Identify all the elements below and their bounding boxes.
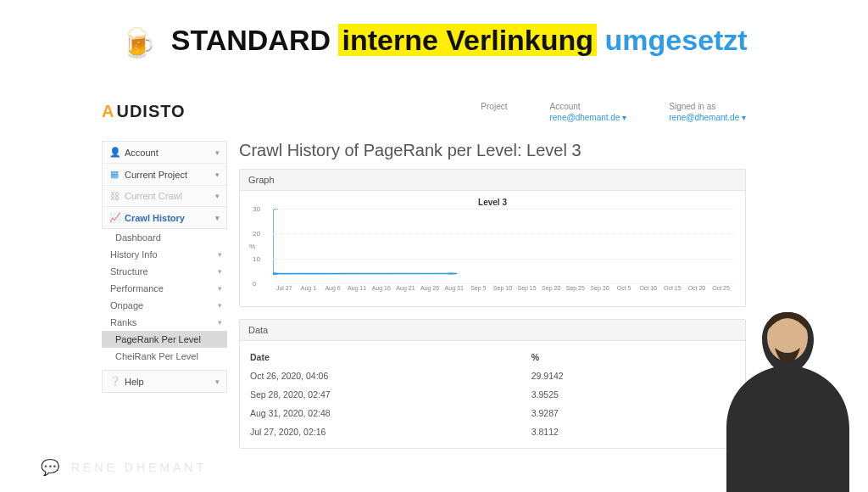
cell-date: Jul 27, 2020, 02:16 — [250, 427, 531, 437]
logo-text: UDISTO — [116, 102, 185, 121]
headline-part1: STANDARD — [171, 24, 331, 56]
help-icon: ❔ — [109, 376, 120, 387]
app-window: AUDISTO Project Account rene@dhemant.de … — [102, 102, 746, 461]
sidebar-item-structure[interactable]: Structure▾ — [102, 263, 227, 280]
table-header-row: Date % — [248, 348, 737, 366]
sidebar-label: Account — [125, 148, 159, 158]
chart-xtick: Aug 26 — [418, 285, 442, 291]
topnav-project-label: Project — [481, 102, 507, 111]
chevron-down-icon: ▾ — [218, 284, 222, 293]
chart-xtick: Oct 10 — [636, 285, 660, 291]
caret-down-icon: ▾ — [622, 113, 626, 122]
cell-date: Sep 28, 2020, 02:47 — [250, 389, 531, 400]
sidebar-item-pagerank-per-level[interactable]: PageRank Per Level — [102, 331, 227, 348]
user-icon: 👤 — [109, 147, 120, 158]
graph-panel-header: Graph — [240, 170, 745, 191]
chart-xtick: Sep 15 — [515, 285, 539, 291]
chart-xtick: Oct 20 — [685, 285, 709, 291]
caret-down-icon: ▾ — [742, 113, 746, 122]
sidebar-label: Crawl History — [125, 213, 185, 223]
chart-xtick: Sep 10 — [491, 285, 515, 291]
chart-icon: 📈 — [109, 212, 120, 223]
data-panel: Data Date % Oct 26, 2020, 04:0629.9142Se… — [239, 319, 746, 449]
chart-ytick: 20 — [253, 230, 260, 238]
app-logo: AUDISTO — [102, 102, 186, 121]
chevron-down-icon: ▾ — [215, 377, 220, 386]
chart-xtick: Oct 5 — [612, 285, 637, 291]
chevron-down-icon: ▾ — [218, 301, 222, 310]
chart-ytick: 10 — [253, 254, 260, 262]
chevron-down-icon: ▾ — [218, 250, 222, 259]
page-title: Crawl History of PageRank per Level: Lev… — [239, 141, 746, 160]
chevron-down-icon: ▾ — [215, 192, 220, 200]
sidebar-item-crawl-history[interactable]: 📈 Crawl History ▾ — [103, 207, 226, 228]
sidebar: 👤 Account ▾ ▦ Current Project ▾ ⛓ Curren… — [102, 141, 227, 461]
chart-ytick: 0 — [253, 280, 256, 288]
cell-pct: 3.8112 — [531, 427, 735, 437]
topnav-signed-label: Signed in as — [669, 102, 746, 111]
chart: Level 3 % 0102030 Jul 27Aug 1Aug 6Aug 11… — [248, 198, 737, 299]
chart-xtick: Jul 27 — [272, 285, 297, 291]
chart-title: Level 3 — [248, 198, 737, 207]
chevron-down-icon: ▾ — [218, 318, 222, 327]
topnav-signed-link[interactable]: rene@dhemant.de ▾ — [669, 113, 746, 122]
spider-icon: ⛓ — [109, 191, 120, 201]
logo-mark-icon: A — [102, 102, 114, 121]
col-header-date: Date — [250, 352, 531, 362]
presenter-person — [707, 297, 868, 492]
graph-panel: Graph Level 3 % 0102030 Jul 27Aug 1Aug 6… — [239, 169, 746, 307]
topnav-account-link[interactable]: rene@dhemant.de ▾ — [549, 113, 626, 122]
grid-icon: ▦ — [109, 169, 120, 180]
col-header-pct: % — [531, 352, 735, 362]
sidebar-item-cheirank-per-level[interactable]: CheiRank Per Level — [102, 348, 227, 365]
chart-xtick: Aug 31 — [442, 285, 466, 291]
sidebar-item-account[interactable]: 👤 Account ▾ — [103, 142, 226, 164]
chart-xtick: Aug 6 — [320, 285, 345, 291]
topnav-project[interactable]: Project — [481, 102, 507, 122]
chevron-down-icon: ▾ — [218, 267, 222, 276]
chart-xtick: Oct 25 — [709, 285, 733, 291]
cell-pct: 29.9142 — [531, 371, 735, 381]
chart-ytick: 30 — [253, 205, 260, 213]
data-panel-header: Data — [240, 320, 745, 341]
sidebar-item-history-info[interactable]: History Info▾ — [102, 246, 227, 263]
sidebar-item-current-project[interactable]: ▦ Current Project ▾ — [103, 164, 226, 186]
topnav-signed-in[interactable]: Signed in as rene@dhemant.de ▾ — [669, 102, 746, 122]
chart-xtick: Aug 1 — [297, 285, 321, 291]
chart-xtick: Sep 30 — [587, 285, 612, 291]
sidebar-item-help[interactable]: ❔ Help ▾ — [103, 371, 226, 392]
topnav-account[interactable]: Account rene@dhemant.de ▾ — [549, 102, 626, 122]
top-nav: Project Account rene@dhemant.de ▾ Signed… — [481, 102, 746, 122]
chart-ylabel: % — [249, 243, 255, 250]
main-content: Crawl History of PageRank per Level: Lev… — [239, 141, 746, 461]
cell-date: Aug 31, 2020, 02:48 — [250, 408, 531, 418]
headline-part3: umgesetzt — [605, 24, 748, 56]
chart-xtick: Aug 21 — [393, 285, 418, 291]
headline-part2: interne Verlinkung — [338, 24, 597, 56]
sidebar-item-current-crawl: ⛓ Current Crawl ▾ — [103, 186, 226, 207]
topnav-account-label: Account — [549, 102, 626, 111]
data-table: Date % Oct 26, 2020, 04:0629.9142Sep 28,… — [248, 348, 737, 441]
sidebar-label: Help — [125, 377, 144, 387]
chart-xtick: Aug 16 — [370, 285, 394, 291]
chart-xticks: Jul 27Aug 1Aug 6Aug 11Aug 16Aug 21Aug 26… — [272, 285, 733, 291]
sidebar-item-onpage[interactable]: Onpage▾ — [102, 297, 227, 314]
sidebar-item-dashboard[interactable]: Dashboard — [102, 229, 227, 246]
cell-date: Oct 26, 2020, 04:06 — [250, 371, 531, 381]
sidebar-item-performance[interactable]: Performance▾ — [102, 280, 227, 297]
chevron-down-icon: ▾ — [215, 148, 220, 157]
table-row: Aug 31, 2020, 02:483.9287 — [248, 404, 737, 422]
chart-xtick: Sep 25 — [564, 285, 588, 291]
chart-xtick: Sep 5 — [466, 285, 491, 291]
chart-xtick: Sep 20 — [539, 285, 564, 291]
table-row: Jul 27, 2020, 02:163.8112 — [248, 422, 737, 441]
cell-pct: 3.9287 — [531, 408, 735, 418]
chart-plot — [273, 209, 733, 283]
chart-xtick: Oct 15 — [660, 285, 685, 291]
watermark: 💬 RENE DHEMANT — [41, 458, 207, 477]
chat-icon: 💬 — [41, 458, 63, 477]
sidebar-item-ranks[interactable]: Ranks▾ — [102, 314, 227, 331]
chart-xtick: Aug 11 — [345, 285, 370, 291]
watermark-text: RENE DHEMANT — [71, 461, 207, 474]
chevron-down-icon: ▾ — [215, 214, 220, 222]
